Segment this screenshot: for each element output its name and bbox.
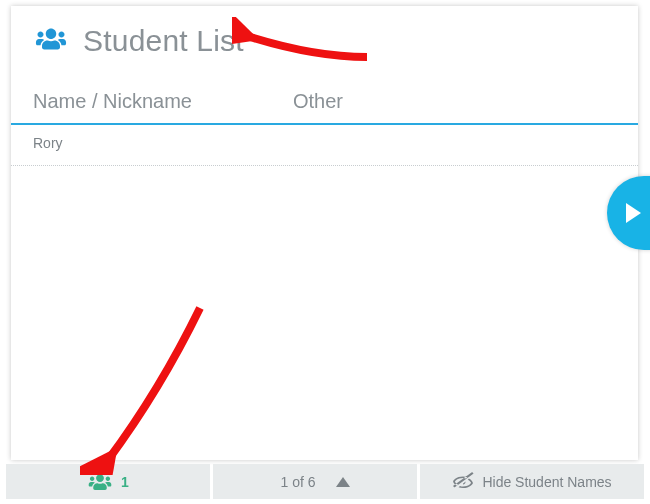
hide-names-button[interactable]: Hide Student Names xyxy=(420,464,644,499)
student-count-button[interactable]: 1 xyxy=(6,464,210,499)
col-name[interactable]: Name / Nickname xyxy=(33,90,293,113)
eye-off-icon xyxy=(452,472,474,491)
pager-label: 1 of 6 xyxy=(280,474,315,490)
student-name: Rory xyxy=(33,135,63,151)
student-list-panel: Student List Name / Nickname Other Rory xyxy=(11,6,638,460)
table-header: Name / Nickname Other xyxy=(11,64,638,125)
footer-bar: 1 1 of 6 Hide Student Names xyxy=(6,464,644,499)
col-other[interactable]: Other xyxy=(293,90,616,113)
pager-button[interactable]: 1 of 6 xyxy=(213,464,417,499)
hide-names-label: Hide Student Names xyxy=(482,474,611,490)
app-frame: Student List Name / Nickname Other Rory … xyxy=(0,0,650,504)
people-icon xyxy=(33,27,69,55)
student-count-value: 1 xyxy=(121,474,129,490)
people-icon xyxy=(87,473,113,491)
table-row[interactable]: Rory xyxy=(11,125,638,166)
panel-title: Student List xyxy=(83,24,244,58)
play-icon xyxy=(626,203,641,223)
panel-header: Student List xyxy=(11,6,638,64)
caret-up-icon xyxy=(336,477,350,487)
